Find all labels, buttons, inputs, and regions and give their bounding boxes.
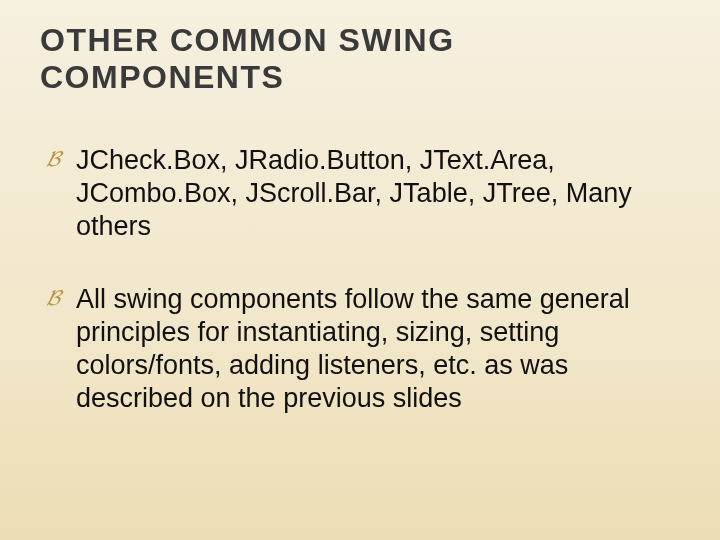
- list-item: All swing components follow the same gen…: [46, 283, 674, 415]
- list-item: JCheck.Box, JRadio.Button, JText.Area, J…: [46, 144, 674, 243]
- slide-title: OTHER COMMON SWING COMPONENTS: [40, 22, 680, 96]
- slide: OTHER COMMON SWING COMPONENTS JCheck.Box…: [0, 0, 720, 540]
- bullet-list: JCheck.Box, JRadio.Button, JText.Area, J…: [40, 144, 680, 415]
